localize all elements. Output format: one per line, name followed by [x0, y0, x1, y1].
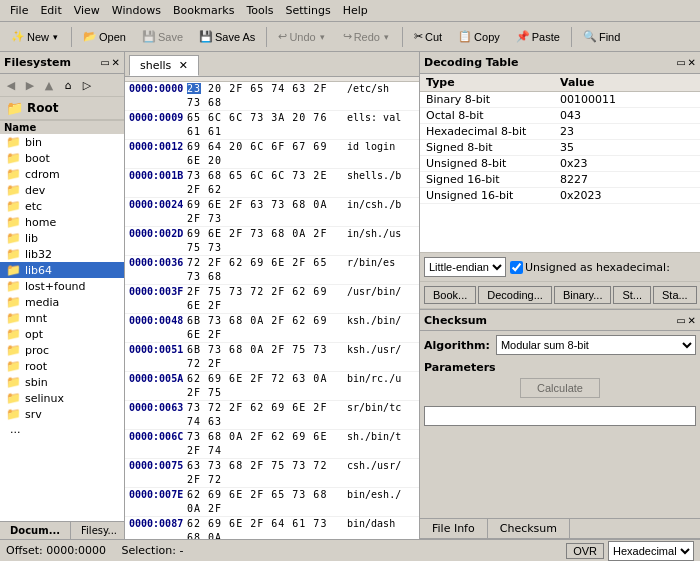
dt-row[interactable]: Signed 8-bit35 [420, 140, 700, 156]
saveas-button[interactable]: 💾 Save As [192, 25, 262, 49]
dt-row[interactable]: Unsigned 8-bit0x23 [420, 156, 700, 172]
fs-item[interactable]: 📁home [0, 214, 124, 230]
menu-view[interactable]: View [68, 2, 106, 19]
fs-item[interactable]: 📁proc [0, 342, 124, 358]
hex-row[interactable]: 0000:007E 62 69 6E 2F 65 73 68 0A 2F bin… [125, 488, 419, 517]
fs-close-icon[interactable]: ✕ [112, 57, 120, 68]
dt-row[interactable]: Octal 8-bit043 [420, 108, 700, 124]
ovr-button[interactable]: OVR [566, 543, 604, 559]
fs-item[interactable]: 📁selinux [0, 390, 124, 406]
fs-item[interactable]: 📁lib64 [0, 262, 124, 278]
checksum-result-input[interactable] [424, 406, 696, 426]
menu-help[interactable]: Help [337, 2, 374, 19]
new-button[interactable]: ✨ New ▾ [4, 25, 67, 49]
tab-filesystem[interactable]: Filesy... [71, 522, 128, 539]
dec-btn-sta[interactable]: Sta... [653, 286, 697, 304]
algo-select[interactable]: Modular sum 8-bit [496, 335, 696, 355]
fs-item[interactable]: 📁root [0, 358, 124, 374]
open-button[interactable]: 📂 Open [76, 25, 133, 49]
redo-arrow[interactable]: ▾ [382, 32, 391, 42]
undo-arrow[interactable]: ▾ [318, 32, 327, 42]
fs-item[interactable]: 📁bin [0, 134, 124, 150]
find-button[interactable]: 🔍 Find [576, 25, 627, 49]
decoding-minimize-icon[interactable]: ▭ [676, 57, 685, 68]
filesystem-header-icons: ▭ ✕ [100, 57, 120, 68]
nav-up[interactable]: ▲ [40, 76, 58, 94]
hex-row[interactable]: 0000:002D 69 6E 2F 73 68 0A 2F 75 73 in/… [125, 227, 419, 256]
endian-select[interactable]: Little-endian Big-endian [424, 257, 506, 277]
dt-row[interactable]: Signed 16-bit8227 [420, 172, 700, 188]
hex-rows[interactable]: 0000:0000 23 20 2F 65 74 63 2F 73 68 /et… [125, 82, 419, 539]
dt-row[interactable]: Binary 8-bit00100011 [420, 92, 700, 108]
hex-row[interactable]: 0000:0009 65 6C 6C 73 3A 20 76 61 61 ell… [125, 111, 419, 140]
hex-row[interactable]: 0000:0063 73 72 2F 62 69 6E 2F 74 63 sr/… [125, 401, 419, 430]
hex-text: ells: val [343, 111, 419, 139]
fs-item[interactable]: 📁etc [0, 198, 124, 214]
dt-row[interactable]: Hexadecimal 8-bit23 [420, 124, 700, 140]
dec-btn-st[interactable]: St... [613, 286, 651, 304]
fs-item[interactable]: 📁sbin [0, 374, 124, 390]
hex-row[interactable]: 0000:006C 73 68 0A 2F 62 69 6E 2F 74 sh.… [125, 430, 419, 459]
nav-back[interactable]: ◀ [2, 76, 20, 94]
menu-windows[interactable]: Windows [106, 2, 167, 19]
redo-button[interactable]: ↪ Redo ▾ [336, 25, 398, 49]
hex-row[interactable]: 0000:0000 23 20 2F 65 74 63 2F 73 68 /et… [125, 82, 419, 111]
hex-tab-close[interactable]: ✕ [179, 59, 188, 72]
fs-item[interactable]: 📁dev [0, 182, 124, 198]
tab-documents[interactable]: Docum... [0, 522, 71, 539]
hex-tab-shells[interactable]: shells ✕ [129, 55, 199, 76]
menu-edit[interactable]: Edit [34, 2, 67, 19]
checksum-close-icon[interactable]: ✕ [688, 315, 696, 326]
fs-minimize-icon[interactable]: ▭ [100, 57, 109, 68]
new-arrow[interactable]: ▾ [51, 32, 60, 42]
menu-bookmarks[interactable]: Bookmarks [167, 2, 240, 19]
tab-file-info[interactable]: File Info [420, 519, 488, 538]
hex-row[interactable]: 0000:0036 72 2F 62 69 6E 2F 65 73 68 r/b… [125, 256, 419, 285]
fs-item[interactable]: 📁boot [0, 150, 124, 166]
save-button[interactable]: 💾 Save [135, 25, 190, 49]
undo-button[interactable]: ↩ Undo ▾ [271, 25, 333, 49]
fs-item[interactable]: 📁lib32 [0, 246, 124, 262]
decoding-close-icon[interactable]: ✕ [688, 57, 696, 68]
hex-row[interactable]: 0000:0075 63 73 68 2F 75 73 72 2F 72 csh… [125, 459, 419, 488]
hex-row[interactable]: 0000:005A 62 69 6E 2F 72 63 0A 2F 75 bin… [125, 372, 419, 401]
paste-button[interactable]: 📌 Paste [509, 25, 567, 49]
copy-button[interactable]: 📋 Copy [451, 25, 507, 49]
calculate-button[interactable]: Calculate [520, 378, 600, 398]
fs-item[interactable]: ... [0, 422, 124, 437]
hex-row[interactable]: 0000:003F 2F 75 73 72 2F 62 69 6E 2F /us… [125, 285, 419, 314]
tab-checksum[interactable]: Checksum [488, 519, 570, 538]
fs-item[interactable]: 📁lost+found [0, 278, 124, 294]
checksum-minimize-icon[interactable]: ▭ [676, 315, 685, 326]
hex-row[interactable]: 0000:0024 69 6E 2F 63 73 68 0A 2F 73 in/… [125, 198, 419, 227]
hex-row[interactable]: 0000:001B 73 68 65 6C 6C 73 2E 2F 62 she… [125, 169, 419, 198]
filesystem-tree[interactable]: 📁bin📁boot📁cdrom📁dev📁etc📁home📁lib📁lib32📁l… [0, 134, 124, 521]
hex-addr: 0000:005A [125, 372, 183, 400]
hex-text: bin/esh./ [343, 488, 419, 516]
dec-btn-decoding[interactable]: Decoding... [478, 286, 552, 304]
folder-icon: 📁 [6, 167, 21, 181]
dec-btn-book[interactable]: Book... [424, 286, 476, 304]
unsigned-hex-checkbox[interactable] [510, 261, 523, 274]
nav-forward[interactable]: ▶ [21, 76, 39, 94]
cut-button[interactable]: ✂ Cut [407, 25, 449, 49]
nav-refresh[interactable]: ▷ [78, 76, 96, 94]
mode-select[interactable]: Hexadecimal [608, 541, 694, 561]
menu-tools[interactable]: Tools [240, 2, 279, 19]
dt-rows-container[interactable]: Binary 8-bit00100011Octal 8-bit043Hexade… [420, 92, 700, 252]
menu-file[interactable]: File [4, 2, 34, 19]
hex-row[interactable]: 0000:0051 6B 73 68 0A 2F 75 73 72 2F ksh… [125, 343, 419, 372]
fs-item[interactable]: 📁cdrom [0, 166, 124, 182]
fs-item[interactable]: 📁lib [0, 230, 124, 246]
fs-item[interactable]: 📁mnt [0, 310, 124, 326]
nav-home[interactable]: ⌂ [59, 76, 77, 94]
dt-row[interactable]: Unsigned 16-bit0x2023 [420, 188, 700, 204]
fs-item[interactable]: 📁media [0, 294, 124, 310]
fs-item[interactable]: 📁opt [0, 326, 124, 342]
menu-settings[interactable]: Settings [280, 2, 337, 19]
hex-row[interactable]: 0000:0012 69 64 20 6C 6F 67 69 6E 20 id … [125, 140, 419, 169]
hex-row[interactable]: 0000:0087 62 69 6E 2F 64 61 73 68 0A bin… [125, 517, 419, 539]
dec-btn-binary[interactable]: Binary... [554, 286, 612, 304]
hex-row[interactable]: 0000:0048 6B 73 68 0A 2F 62 69 6E 2F ksh… [125, 314, 419, 343]
fs-item[interactable]: 📁srv [0, 406, 124, 422]
